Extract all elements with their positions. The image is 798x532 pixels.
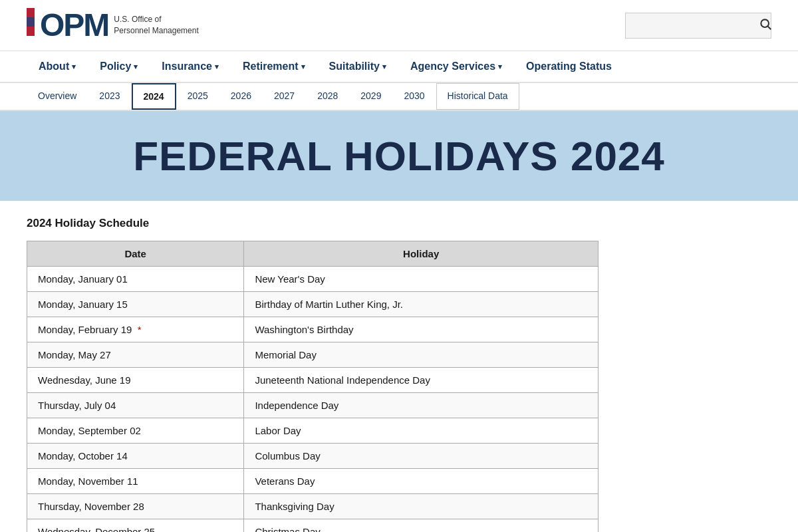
table-cell-holiday: Memorial Day — [244, 342, 598, 368]
table-cell-date: Thursday, November 28 — [27, 494, 244, 519]
table-row: Monday, October 14Columbus Day — [27, 444, 598, 469]
search-icon — [759, 17, 772, 31]
table-cell-date: Wednesday, June 19 — [27, 368, 244, 393]
tab-historical-data[interactable]: Historical Data — [436, 83, 519, 110]
site-header: OPM U.S. Office of Personnel Management — [0, 0, 798, 51]
table-row: Monday, September 02Labor Day — [27, 418, 598, 444]
hero-title: FEDERAL HOLIDAYS 2024 — [27, 132, 771, 180]
table-cell-date: Monday, February 19 * — [27, 317, 244, 342]
table-cell-date: Thursday, July 04 — [27, 393, 244, 418]
schedule-title: 2024 Holiday Schedule — [27, 217, 771, 230]
main-nav: About ▾ Policy ▾ Insurance ▾ Retirement … — [0, 51, 798, 83]
table-cell-holiday: Juneteenth National Independence Day — [244, 368, 598, 393]
svg-rect-3 — [27, 36, 35, 43]
table-cell-holiday: Christmas Day — [244, 519, 598, 533]
table-row: Wednesday, June 19Juneteenth National In… — [27, 368, 598, 393]
table-row: Monday, November 11Veterans Day — [27, 469, 598, 494]
logo-area: OPM U.S. Office of Personnel Management — [27, 8, 199, 43]
table-cell-date: Monday, May 27 — [27, 342, 244, 368]
table-row: Thursday, November 28Thanksgiving Day — [27, 494, 598, 519]
table-header-row: Date Holiday — [27, 241, 598, 267]
tab-2029[interactable]: 2029 — [349, 83, 392, 110]
asterisk-marker: * — [134, 324, 141, 335]
nav-item-retirement[interactable]: Retirement ▾ — [231, 51, 317, 82]
tab-2028[interactable]: 2028 — [306, 83, 349, 110]
table-cell-holiday: New Year's Day — [244, 267, 598, 292]
nav-item-operating-status[interactable]: Operating Status — [514, 51, 624, 82]
table-cell-date: Monday, January 15 — [27, 292, 244, 317]
table-cell-date: Monday, January 01 — [27, 267, 244, 292]
nav-item-about[interactable]: About ▾ — [27, 51, 88, 82]
tab-overview[interactable]: Overview — [27, 83, 88, 110]
table-cell-date: Monday, September 02 — [27, 418, 244, 444]
chevron-down-icon: ▾ — [72, 63, 76, 71]
col-header-date: Date — [27, 241, 244, 267]
table-cell-holiday: Birthday of Martin Luther King, Jr. — [244, 292, 598, 317]
chevron-down-icon: ▾ — [498, 63, 502, 71]
logo-subtitle: U.S. Office of Personnel Management — [114, 14, 198, 37]
search-area[interactable] — [625, 13, 771, 39]
sub-nav: Overview 2023 2024 2025 2026 2027 2028 2… — [0, 83, 798, 111]
col-header-holiday: Holiday — [244, 241, 598, 267]
main-content: 2024 Holiday Schedule Date Holiday Monda… — [0, 201, 798, 532]
search-input[interactable] — [632, 20, 759, 31]
chevron-down-icon: ▾ — [382, 63, 386, 71]
table-cell-date: Monday, November 11 — [27, 469, 244, 494]
chevron-down-icon: ▾ — [215, 63, 219, 71]
tab-2023[interactable]: 2023 — [88, 83, 131, 110]
sub-nav-tabs: Overview 2023 2024 2025 2026 2027 2028 2… — [27, 83, 519, 110]
table-cell-date: Monday, October 14 — [27, 444, 244, 469]
table-cell-holiday: Washington's Birthday — [244, 317, 598, 342]
hero-banner: FEDERAL HOLIDAYS 2024 — [0, 111, 798, 201]
svg-rect-0 — [27, 8, 35, 17]
svg-rect-2 — [27, 27, 35, 36]
tab-2026[interactable]: 2026 — [219, 83, 263, 110]
search-button[interactable] — [759, 17, 772, 34]
table-cell-holiday: Thanksgiving Day — [244, 494, 598, 519]
nav-item-insurance[interactable]: Insurance ▾ — [150, 51, 231, 82]
svg-line-5 — [768, 26, 771, 29]
svg-point-4 — [761, 19, 769, 27]
chevron-down-icon: ▾ — [134, 63, 138, 71]
table-cell-date: Wednesday, December 25 — [27, 519, 244, 533]
table-cell-holiday: Labor Day — [244, 418, 598, 444]
table-cell-holiday: Independence Day — [244, 393, 598, 418]
table-cell-holiday: Columbus Day — [244, 444, 598, 469]
svg-rect-1 — [27, 17, 35, 27]
nav-item-suitability[interactable]: Suitability ▾ — [317, 51, 398, 82]
nav-item-policy[interactable]: Policy ▾ — [88, 51, 150, 82]
table-cell-holiday: Veterans Day — [244, 469, 598, 494]
table-row: Thursday, July 04Independence Day — [27, 393, 598, 418]
opm-logo: OPM U.S. Office of Personnel Management — [27, 8, 199, 43]
nav-items: About ▾ Policy ▾ Insurance ▾ Retirement … — [27, 51, 771, 82]
table-row: Wednesday, December 25Christmas Day — [27, 519, 598, 533]
holiday-table: Date Holiday Monday, January 01New Year'… — [27, 241, 598, 532]
table-row: Monday, January 01New Year's Day — [27, 267, 598, 292]
flag-icon — [27, 8, 35, 43]
tab-2027[interactable]: 2027 — [263, 83, 306, 110]
table-row: Monday, May 27Memorial Day — [27, 342, 598, 368]
tab-2025[interactable]: 2025 — [176, 83, 219, 110]
table-row: Monday, January 15Birthday of Martin Lut… — [27, 292, 598, 317]
tab-2024[interactable]: 2024 — [132, 83, 176, 110]
table-row: Monday, February 19 *Washington's Birthd… — [27, 317, 598, 342]
tab-2030[interactable]: 2030 — [392, 83, 436, 110]
logo-letters: OPM — [40, 9, 108, 41]
chevron-down-icon: ▾ — [301, 63, 305, 71]
nav-item-agency-services[interactable]: Agency Services ▾ — [398, 51, 514, 82]
